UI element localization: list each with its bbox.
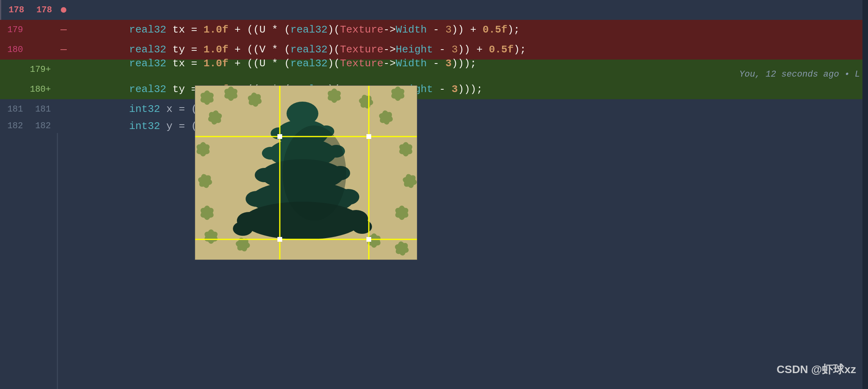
- line-num-new-178: 178: [29, 5, 57, 15]
- line-num-old-182: 182: [0, 121, 28, 131]
- svg-point-7: [227, 87, 235, 101]
- svg-point-40: [402, 142, 410, 156]
- line-num-new-180add: 180+: [28, 85, 56, 94]
- svg-point-68: [246, 191, 268, 207]
- svg-point-28: [207, 229, 215, 244]
- watermark: CSDN @虾球xz: [777, 362, 856, 377]
- line-gutter-180del: —: [56, 44, 72, 56]
- svg-point-64: [262, 147, 279, 160]
- svg-rect-81: [277, 237, 282, 242]
- svg-point-66: [255, 168, 275, 182]
- line-num-old-178: 178: [1, 5, 29, 15]
- line-content-182: int32 y = (int32)ty;: [72, 119, 868, 133]
- svg-point-55: [203, 206, 211, 220]
- breakpoint-dot: [61, 7, 66, 13]
- svg-point-16: [330, 89, 338, 103]
- svg-rect-82: [366, 237, 371, 242]
- svg-point-72: [233, 221, 253, 236]
- line-gutter-178: [57, 5, 73, 15]
- editor-area: 178 178 179 — real32 tx = 1.0f + ((U * (…: [0, 0, 868, 389]
- code-lines: 178 178 179 — real32 tx = 1.0f + ((U * (…: [0, 0, 868, 133]
- texture-preview: [195, 85, 417, 260]
- code-line-181: 181 181 int32 x = (int32)tx;: [0, 99, 868, 119]
- svg-rect-80: [366, 134, 371, 139]
- line-num-new-179add: 179+: [28, 65, 56, 75]
- texture-preview-overlay: [195, 85, 417, 260]
- svg-point-49: [199, 142, 207, 156]
- code-line-182: 182 182 int32 y = (int32)ty;: [0, 119, 868, 133]
- scrollbar[interactable]: [862, 0, 868, 389]
- line-num-old-179del: 179: [0, 25, 28, 35]
- line-num-new-181: 181: [28, 104, 56, 114]
- line-num-new-182: 182: [28, 121, 56, 131]
- svg-point-22: [394, 87, 402, 101]
- svg-rect-79: [277, 134, 282, 139]
- svg-point-46: [398, 206, 406, 220]
- line-num-old-181: 181: [0, 104, 28, 114]
- texture-svg: [195, 86, 417, 260]
- line-num-old-180del: 180: [0, 45, 28, 55]
- line-gutter-179del: —: [56, 24, 72, 36]
- svg-point-74: [283, 125, 346, 221]
